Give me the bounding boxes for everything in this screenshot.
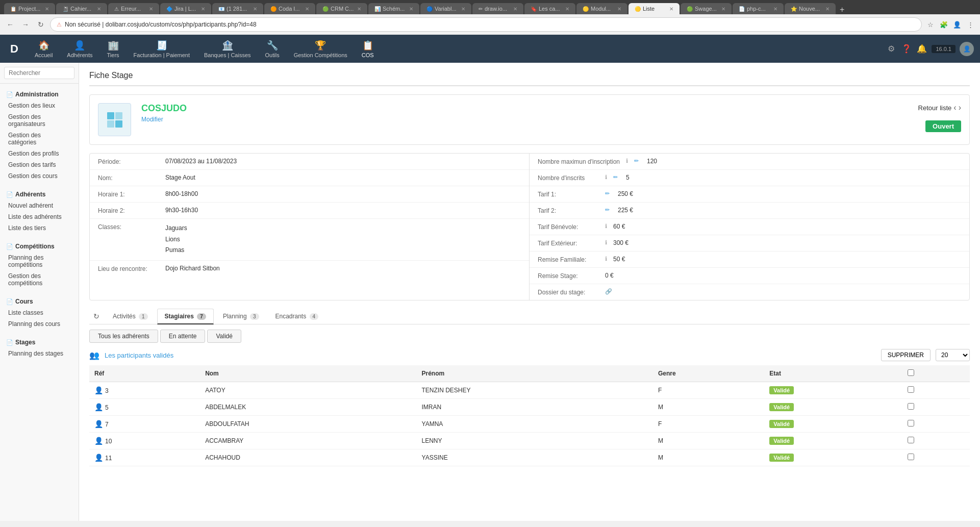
tab-planning[interactable]: Planning 3 [216, 309, 266, 324]
sidebar-item-tarifs[interactable]: Gestion des tarifs [4, 159, 74, 170]
sidebar-item-profils[interactable]: Gestion des profils [4, 148, 74, 159]
nav-banques[interactable]: 🏦 Banques | Caisses [198, 37, 257, 61]
status-badge: Validé [769, 454, 794, 462]
tab-mail[interactable]: 📧(1 281... ✕ [212, 3, 263, 14]
cell-prenom: YASSINE [417, 449, 653, 466]
extensions-button[interactable]: 🧩 [938, 19, 949, 30]
edit-icon-inscrits[interactable]: ✏ [613, 174, 618, 181]
row-checkbox[interactable] [908, 386, 914, 393]
detail-value-horaire1: 8h00-18h00 [165, 190, 521, 197]
sidebar-item-organisateurs[interactable]: Gestion des organisateurs [4, 111, 74, 130]
tab-crm[interactable]: 🟢CRM C... ✕ [316, 3, 367, 14]
detail-value-tarif-benevole: 60 € [613, 223, 961, 230]
address-bar[interactable]: ⚠ Non sécurisé | dolibarr.cosjudo/custom… [50, 17, 922, 32]
tab-draw[interactable]: ✏draw.io... ✕ [472, 3, 523, 14]
new-tab-button[interactable]: + [837, 5, 847, 14]
status-badge: Validé [769, 386, 794, 394]
nav-facturation[interactable]: 🧾 Facturation | Paiement [128, 37, 196, 61]
org-edit-link[interactable]: Modifier [141, 116, 961, 123]
nav-competitions[interactable]: 🏆 Gestion Compétitions [288, 37, 354, 61]
tabs-refresh-button[interactable]: ↻ [89, 309, 104, 323]
sidebar-item-planning-stages[interactable]: Planning des stages [4, 348, 74, 359]
row-checkbox[interactable] [908, 437, 914, 443]
settings-button[interactable]: ⚙ [886, 43, 897, 55]
tab-modul[interactable]: 🟡Modul... ✕ [576, 3, 627, 14]
delete-button[interactable]: SUPPRIMER [881, 349, 931, 361]
link-icon-dossier[interactable]: 🔗 [605, 288, 612, 295]
tab-planning-count: 3 [250, 313, 259, 320]
cell-etat: Validé [764, 382, 902, 399]
sidebar-item-gestion-competitions[interactable]: Gestion des compétitions [4, 270, 74, 289]
tab-coda[interactable]: 🟠Coda I... ✕ [264, 3, 315, 14]
sidebar-item-cours[interactable]: Gestion des cours [4, 170, 74, 182]
nav-outils[interactable]: 🔧 Outils [259, 37, 286, 61]
tab-liste[interactable]: 🟡Liste ✕ [629, 3, 680, 14]
tab-erreur[interactable]: ⚠Erreur... ✕ [108, 3, 159, 14]
menu-button[interactable]: ⋮ [965, 19, 976, 30]
edit-icon-tarif2[interactable]: ✏ [605, 207, 610, 213]
cell-ref: 👤7 [89, 416, 200, 433]
details-left: Période: 07/08/2023 au 11/08/2023 Nom: S… [90, 154, 530, 300]
tab-jira[interactable]: 🔷Jira | L... ✕ [160, 3, 211, 14]
tab-php[interactable]: 📄php-c... ✕ [733, 3, 784, 14]
sidebar-item-lieux[interactable]: Gestion des lieux [4, 100, 74, 111]
tab-lesca[interactable]: 🔖Les ca... ✕ [524, 3, 575, 14]
nav-adherents[interactable]: 👤 Adhérents [61, 37, 98, 61]
sidebar-item-categories[interactable]: Gestion des catégories [4, 130, 74, 148]
sidebar-item-nouvel-adherent[interactable]: Nouvel adhérent [4, 200, 74, 211]
security-icon: ⚠ [57, 21, 62, 28]
cell-etat: Validé [764, 449, 902, 466]
filter-en-attente[interactable]: En attente [160, 330, 206, 343]
filter-valide[interactable]: Validé [207, 330, 241, 343]
select-all-checkbox[interactable] [908, 369, 914, 376]
cell-etat: Validé [764, 399, 902, 416]
tab-encadrants[interactable]: Encadrants 4 [268, 309, 326, 324]
cell-prenom: TENZIN DESHEY [417, 382, 653, 399]
detail-label-lieu: Lieu de rencontre: [98, 265, 159, 272]
back-button[interactable]: ← [4, 18, 16, 31]
edit-icon-max[interactable]: ✏ [634, 158, 639, 164]
edit-icon-tarif1[interactable]: ✏ [605, 190, 610, 197]
left-arrow-icon: ‹ [953, 103, 956, 112]
sidebar-item-liste-classes[interactable]: Liste classes [4, 307, 74, 318]
tab-schema[interactable]: 📊Schém... ✕ [368, 3, 419, 14]
sidebar-item-liste-adherents[interactable]: Liste des adhérents [4, 211, 74, 222]
nav-tiers[interactable]: 🏢 Tiers [101, 37, 125, 61]
sidebar-item-liste-tiers[interactable]: Liste des tiers [4, 222, 74, 234]
col-prenom: Prénom [417, 365, 653, 382]
row-checkbox[interactable] [908, 403, 914, 410]
tab-stagiaires[interactable]: Stagiaires 7 [157, 309, 214, 324]
nav-accueil[interactable]: 🏠 Accueil [29, 37, 59, 61]
search-input[interactable] [4, 67, 74, 79]
page-header: Fiche Stage [89, 71, 970, 86]
tab-cahier[interactable]: 📓Cahier... ✕ [56, 3, 107, 14]
sidebar-item-planning-cours[interactable]: Planning des cours [4, 318, 74, 330]
nav-right: ⚙ ❓ 🔔 16.0.1 👤 [886, 42, 974, 56]
tab-project[interactable]: 📋Project... ✕ [4, 3, 55, 14]
nav-cos[interactable]: 📋 COS [356, 37, 380, 61]
tab-new[interactable]: ⭐Nouve... ✕ [785, 3, 836, 14]
reload-button[interactable]: ↻ [35, 18, 47, 31]
cell-genre: M [653, 433, 764, 449]
help-button[interactable]: ❓ [901, 43, 912, 55]
row-user-icon: 👤 [94, 454, 103, 462]
app-logo[interactable]: D [6, 42, 22, 56]
user-avatar[interactable]: 👤 [960, 42, 974, 56]
col-etat: Etat [764, 365, 902, 382]
tab-swage[interactable]: 🟢Swage... ✕ [681, 3, 732, 14]
per-page-select[interactable]: 20 50 100 [936, 349, 970, 361]
cell-ref: 👤5 [89, 399, 200, 416]
row-checkbox[interactable] [908, 420, 914, 426]
table-row: 👤7 ABDOULFATAH YAMNA F Validé [89, 416, 970, 433]
sidebar-item-planning-competitions[interactable]: Planning des compétitions [4, 252, 74, 270]
filter-tous[interactable]: Tous les adhérents [89, 330, 158, 343]
bookmark-star-button[interactable]: ☆ [925, 19, 936, 30]
tab-variable[interactable]: 🔵Variabl... ✕ [420, 3, 471, 14]
notifications-button[interactable]: 🔔 [916, 43, 927, 55]
forward-button[interactable]: → [19, 18, 32, 31]
tab-activites[interactable]: Activités 1 [106, 309, 155, 324]
return-btn[interactable]: Retour liste ‹ › [918, 103, 961, 112]
profile-button[interactable]: 👤 [951, 19, 963, 30]
table-row: 👤3 AATOY TENZIN DESHEY F Validé [89, 382, 970, 399]
row-checkbox[interactable] [908, 454, 914, 460]
